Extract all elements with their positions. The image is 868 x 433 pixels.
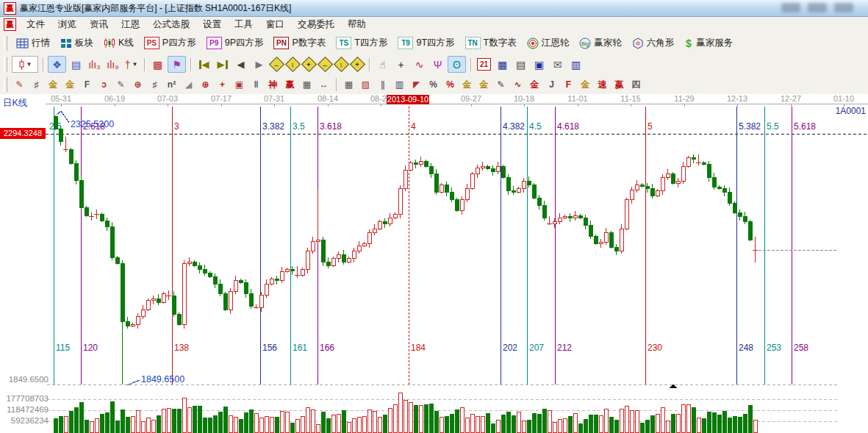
analysis-tool-17[interactable]: 嬴 (611, 78, 627, 92)
menu-item-10[interactable]: 帮助 (341, 17, 373, 32)
nine-candle-button[interactable]: ılı₉ (104, 57, 121, 72)
three-candle-button[interactable]: ılı₃ (86, 57, 103, 72)
diamond-tool-2[interactable]: ↕ (285, 57, 300, 72)
draw-tool-7[interactable]: ✎ (113, 78, 129, 92)
analysis-tool-15[interactable]: 金 (578, 78, 593, 92)
analysis-tool-10[interactable]: ✎ (493, 78, 509, 92)
draw-tool-1[interactable]: ✎ (12, 78, 27, 92)
next-bar-button[interactable]: ▶ (251, 57, 268, 72)
t-square-button[interactable]: TST四方形 (331, 35, 392, 51)
menu-item-9[interactable]: 交易委托 (291, 17, 341, 32)
analysis-tool-1[interactable]: ▦ (341, 78, 356, 92)
diamond-tool-5[interactable]: ↕ (334, 57, 348, 72)
draw-tool-6[interactable]: ɔ (96, 78, 112, 92)
draw-tool-10[interactable]: n² (164, 78, 179, 92)
draw-tool-18[interactable]: ▦ (299, 78, 315, 92)
menu-item-1[interactable]: 文件 (20, 17, 51, 32)
diamond-tool-4[interactable]: ↔ (318, 57, 332, 72)
toolbar-handle[interactable] (4, 36, 7, 51)
diamond-tool-1[interactable]: ↔ (269, 57, 284, 72)
red-grid-button[interactable]: ▩ (149, 57, 166, 72)
t-table-button[interactable]: TNT数字表 (460, 35, 522, 51)
draw-tool-15[interactable]: ‖ (248, 78, 264, 92)
draw-tool-13[interactable]: + (215, 78, 230, 92)
menu-item-7[interactable]: 工具 (228, 17, 259, 32)
analysis-tool-7[interactable]: % (442, 78, 458, 92)
kline-chart-canvas[interactable]: 05-3106-1907-0307-1707-3108-1408-2809-27… (0, 94, 868, 433)
draw-tool-3[interactable]: 金 (46, 78, 61, 92)
info-panel-button[interactable]: ▤ (68, 57, 85, 72)
minimize-button[interactable] (781, 3, 800, 12)
prev-bar-button[interactable]: ◀ (232, 57, 249, 72)
menu-item-6[interactable]: 设置 (196, 17, 228, 32)
mail-button[interactable]: ✉ (549, 57, 566, 72)
draw-tool-11[interactable]: ◢ (181, 78, 196, 92)
menu-item-5[interactable]: 公式选股 (146, 17, 196, 32)
analysis-tool-12[interactable]: 金 (527, 78, 542, 92)
analysis-tool-8[interactable]: 金 (459, 78, 475, 92)
analysis-tool-6[interactable]: % (426, 78, 441, 92)
delivery-button[interactable]: ▥ (567, 57, 584, 72)
menu-item-8[interactable]: 窗口 (259, 17, 291, 32)
draw-tool-5[interactable]: F (79, 78, 95, 92)
brain-tool-button[interactable]: ʘ (448, 56, 466, 73)
draw-tool-17[interactable]: 赢 (282, 78, 298, 92)
analysis-tool-2[interactable]: ▨ (358, 78, 373, 92)
trend-flag-button[interactable]: ⚑ (168, 56, 186, 73)
draw-tool-8[interactable]: ⊕ (130, 78, 146, 92)
candle-style-selector[interactable]: †▼ (123, 57, 140, 72)
draw-tool-9[interactable]: ♯ (147, 78, 162, 92)
first-bar-button[interactable]: ◀ (196, 57, 212, 72)
winner-wheel-button[interactable]: Big赢家轮 (574, 35, 627, 51)
analysis-tool-16[interactable]: 速 (595, 78, 610, 92)
menu-item-2[interactable]: 浏览 (51, 17, 83, 32)
close-button[interactable] (834, 3, 853, 12)
restore-button[interactable] (808, 3, 827, 12)
analysis-tool-11[interactable]: ∿ (510, 78, 526, 92)
wave-tool-button[interactable]: ∿ (411, 57, 428, 72)
save-button[interactable]: ▣ (531, 57, 548, 72)
9p-square-button[interactable]: P99P四方形 (201, 35, 269, 51)
draw-tool-14[interactable]: ▣ (232, 78, 247, 92)
p-square-button[interactable]: PSP四方形 (139, 35, 201, 51)
crosshair-button[interactable]: + (392, 57, 409, 72)
toolbar-handle[interactable] (4, 57, 7, 72)
menu-item-4[interactable]: 江恩 (115, 17, 146, 32)
kline-button[interactable]: K线 (98, 35, 139, 51)
last-bar-button[interactable]: ▶ (214, 57, 231, 72)
toolbar-handle[interactable] (4, 77, 7, 92)
market-quotes-button[interactable]: 行情 (11, 35, 55, 51)
period-selector[interactable]: ▼ (12, 56, 38, 73)
analysis-tool-14[interactable]: F (561, 78, 576, 92)
winner-service-button[interactable]: $赢家服务 (679, 35, 738, 51)
draw-tool-4[interactable]: 金 (62, 78, 78, 92)
gann-flower-button[interactable]: Ψ (429, 57, 446, 72)
analysis-tool-13[interactable]: J (544, 78, 559, 92)
gann-count-label: 115 (56, 343, 70, 353)
diamond-tool-6[interactable]: + (350, 57, 365, 72)
draw-tool-2[interactable]: ♯ (29, 78, 44, 92)
notes-button[interactable]: ▤ (512, 57, 529, 72)
candle-down (429, 166, 433, 173)
hexagon-button[interactable]: 六角形 (627, 35, 680, 51)
analysis-tool-3[interactable]: ∥ (375, 78, 390, 92)
gann-wheel-button[interactable]: 江恩轮 (522, 35, 575, 51)
sectors-button[interactable]: 板块 (55, 35, 98, 51)
p-table-button[interactable]: PNP数字表 (268, 35, 331, 51)
analysis-tool-4[interactable]: ▥ (392, 78, 407, 92)
pan-hand-button[interactable]: ☝ (374, 57, 391, 72)
9t-square-button[interactable]: T99T四方形 (392, 35, 459, 51)
chart-area[interactable]: 05-3106-1907-0307-1707-3108-1408-2809-27… (0, 94, 868, 433)
date-tick-label: 07-03 (157, 94, 178, 103)
menu-item-3[interactable]: 资讯 (83, 17, 115, 32)
analysis-tool-5[interactable]: ◤ (409, 78, 424, 92)
draw-tool-16[interactable]: 神 (265, 78, 281, 92)
calendar-button[interactable]: 21 (476, 57, 492, 72)
diamond-tool-3[interactable]: + (301, 57, 316, 72)
analysis-tool-18[interactable]: 四 (628, 78, 644, 92)
calculator-button[interactable]: ▦ (494, 57, 511, 72)
draw-tool-12[interactable]: ⊕ (198, 78, 213, 92)
pattern-overlay-button[interactable]: ❖ (48, 56, 66, 73)
draw-tool-19[interactable]: ↔ (316, 78, 331, 92)
analysis-tool-9[interactable]: 金 (476, 78, 492, 92)
